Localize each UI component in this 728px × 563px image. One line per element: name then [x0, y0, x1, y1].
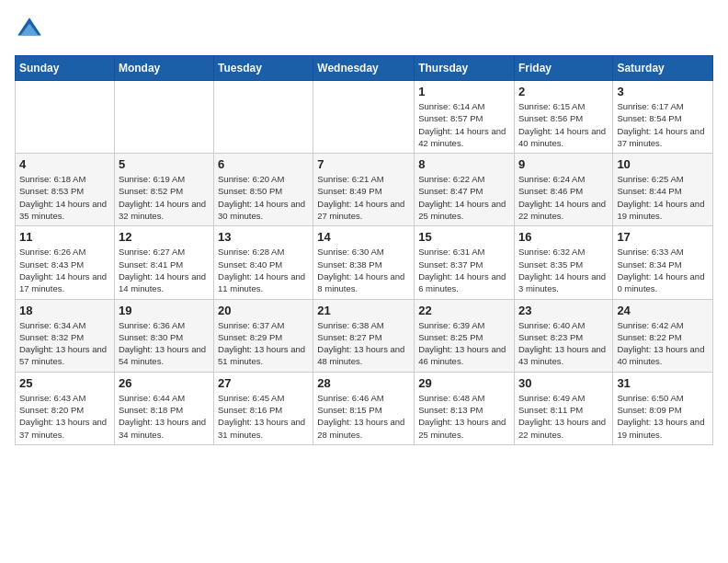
day-number: 26 [119, 376, 210, 390]
day-number: 16 [518, 230, 609, 244]
day-detail: Sunrise: 6:42 AM Sunset: 8:22 PM Dayligh… [617, 319, 709, 368]
week-row-5: 25Sunrise: 6:43 AM Sunset: 8:20 PM Dayli… [16, 372, 713, 444]
day-of-week-thursday: Thursday [415, 56, 515, 81]
day-number: 19 [119, 304, 210, 317]
day-detail: Sunrise: 6:38 AM Sunset: 8:27 PM Dayligh… [317, 319, 410, 368]
day-detail: Sunrise: 6:17 AM Sunset: 8:54 PM Dayligh… [617, 100, 709, 149]
day-detail: Sunrise: 6:30 AM Sunset: 8:38 PM Dayligh… [317, 246, 410, 294]
calendar-header: SundayMondayTuesdayWednesdayThursdayFrid… [16, 56, 713, 81]
calendar-cell: 27Sunrise: 6:45 AM Sunset: 8:16 PM Dayli… [214, 372, 313, 444]
day-number: 29 [418, 376, 510, 390]
day-number: 28 [317, 376, 410, 390]
calendar-cell [214, 81, 313, 154]
calendar-cell: 23Sunrise: 6:40 AM Sunset: 8:23 PM Dayli… [514, 299, 612, 372]
calendar-cell: 4Sunrise: 6:18 AM Sunset: 8:53 PM Daylig… [16, 154, 115, 226]
day-of-week-sunday: Sunday [16, 56, 115, 81]
day-number: 18 [19, 304, 110, 317]
day-detail: Sunrise: 6:31 AM Sunset: 8:37 PM Dayligh… [418, 246, 510, 294]
header-row: SundayMondayTuesdayWednesdayThursdayFrid… [16, 56, 713, 81]
day-number: 1 [418, 85, 510, 98]
day-number: 25 [19, 376, 110, 390]
day-detail: Sunrise: 6:25 AM Sunset: 8:44 PM Dayligh… [617, 173, 709, 222]
calendar-cell: 24Sunrise: 6:42 AM Sunset: 8:22 PM Dayli… [613, 299, 713, 372]
day-detail: Sunrise: 6:40 AM Sunset: 8:23 PM Dayligh… [518, 319, 609, 368]
day-number: 8 [418, 157, 510, 171]
day-detail: Sunrise: 6:32 AM Sunset: 8:35 PM Dayligh… [518, 246, 609, 294]
day-number: 15 [418, 230, 510, 244]
day-detail: Sunrise: 6:15 AM Sunset: 8:56 PM Dayligh… [518, 100, 609, 149]
calendar-cell: 15Sunrise: 6:31 AM Sunset: 8:37 PM Dayli… [415, 226, 515, 299]
day-number: 24 [617, 304, 709, 317]
day-number: 9 [518, 157, 609, 171]
day-number: 20 [218, 304, 309, 317]
calendar-cell: 16Sunrise: 6:32 AM Sunset: 8:35 PM Dayli… [514, 226, 612, 299]
calendar-cell: 13Sunrise: 6:28 AM Sunset: 8:40 PM Dayli… [214, 226, 313, 299]
calendar-body: 1Sunrise: 6:14 AM Sunset: 8:57 PM Daylig… [16, 81, 713, 445]
calendar-cell [16, 81, 115, 154]
calendar-cell: 31Sunrise: 6:50 AM Sunset: 8:09 PM Dayli… [613, 372, 713, 444]
calendar-cell: 30Sunrise: 6:49 AM Sunset: 8:11 PM Dayli… [514, 372, 612, 444]
day-number: 17 [617, 230, 709, 244]
day-detail: Sunrise: 6:43 AM Sunset: 8:20 PM Dayligh… [19, 392, 110, 441]
day-detail: Sunrise: 6:26 AM Sunset: 8:43 PM Dayligh… [19, 246, 110, 294]
calendar-cell: 10Sunrise: 6:25 AM Sunset: 8:44 PM Dayli… [613, 154, 713, 226]
calendar-cell: 28Sunrise: 6:46 AM Sunset: 8:15 PM Dayli… [313, 372, 415, 444]
logo [15, 15, 48, 44]
calendar-cell: 8Sunrise: 6:22 AM Sunset: 8:47 PM Daylig… [415, 154, 515, 226]
day-number: 6 [218, 157, 309, 171]
day-number: 23 [518, 304, 609, 317]
calendar-cell [313, 81, 415, 154]
calendar-cell [114, 81, 213, 154]
day-number: 3 [617, 85, 709, 98]
week-row-1: 1Sunrise: 6:14 AM Sunset: 8:57 PM Daylig… [16, 81, 713, 154]
day-number: 31 [617, 376, 709, 390]
day-of-week-friday: Friday [514, 56, 612, 81]
calendar-cell: 22Sunrise: 6:39 AM Sunset: 8:25 PM Dayli… [415, 299, 515, 372]
day-detail: Sunrise: 6:27 AM Sunset: 8:41 PM Dayligh… [119, 246, 210, 294]
day-detail: Sunrise: 6:39 AM Sunset: 8:25 PM Dayligh… [418, 319, 510, 368]
day-of-week-wednesday: Wednesday [313, 56, 415, 81]
week-row-2: 4Sunrise: 6:18 AM Sunset: 8:53 PM Daylig… [16, 154, 713, 226]
day-detail: Sunrise: 6:22 AM Sunset: 8:47 PM Dayligh… [418, 173, 510, 222]
day-of-week-saturday: Saturday [613, 56, 713, 81]
day-number: 7 [317, 157, 410, 171]
day-detail: Sunrise: 6:20 AM Sunset: 8:50 PM Dayligh… [218, 173, 309, 222]
calendar-cell: 17Sunrise: 6:33 AM Sunset: 8:34 PM Dayli… [613, 226, 713, 299]
day-detail: Sunrise: 6:14 AM Sunset: 8:57 PM Dayligh… [418, 100, 510, 149]
calendar-cell: 26Sunrise: 6:44 AM Sunset: 8:18 PM Dayli… [114, 372, 213, 444]
calendar-cell: 7Sunrise: 6:21 AM Sunset: 8:49 PM Daylig… [313, 154, 415, 226]
day-detail: Sunrise: 6:19 AM Sunset: 8:52 PM Dayligh… [119, 173, 210, 222]
calendar-cell: 25Sunrise: 6:43 AM Sunset: 8:20 PM Dayli… [16, 372, 115, 444]
page-header [15, 15, 713, 44]
day-detail: Sunrise: 6:28 AM Sunset: 8:40 PM Dayligh… [218, 246, 309, 294]
day-number: 14 [317, 230, 410, 244]
week-row-3: 11Sunrise: 6:26 AM Sunset: 8:43 PM Dayli… [16, 226, 713, 299]
calendar-cell: 19Sunrise: 6:36 AM Sunset: 8:30 PM Dayli… [114, 299, 213, 372]
calendar-cell: 11Sunrise: 6:26 AM Sunset: 8:43 PM Dayli… [16, 226, 115, 299]
day-detail: Sunrise: 6:48 AM Sunset: 8:13 PM Dayligh… [418, 392, 510, 441]
day-detail: Sunrise: 6:45 AM Sunset: 8:16 PM Dayligh… [218, 392, 309, 441]
calendar-cell: 1Sunrise: 6:14 AM Sunset: 8:57 PM Daylig… [415, 81, 515, 154]
calendar-cell: 29Sunrise: 6:48 AM Sunset: 8:13 PM Dayli… [415, 372, 515, 444]
day-detail: Sunrise: 6:18 AM Sunset: 8:53 PM Dayligh… [19, 173, 110, 222]
day-detail: Sunrise: 6:24 AM Sunset: 8:46 PM Dayligh… [518, 173, 609, 222]
day-number: 10 [617, 157, 709, 171]
day-number: 13 [218, 230, 309, 244]
day-number: 12 [119, 230, 210, 244]
calendar-cell: 9Sunrise: 6:24 AM Sunset: 8:46 PM Daylig… [514, 154, 612, 226]
calendar-cell: 14Sunrise: 6:30 AM Sunset: 8:38 PM Dayli… [313, 226, 415, 299]
day-detail: Sunrise: 6:46 AM Sunset: 8:15 PM Dayligh… [317, 392, 410, 441]
calendar-cell: 5Sunrise: 6:19 AM Sunset: 8:52 PM Daylig… [114, 154, 213, 226]
calendar-cell: 2Sunrise: 6:15 AM Sunset: 8:56 PM Daylig… [514, 81, 612, 154]
day-number: 30 [518, 376, 609, 390]
day-number: 22 [418, 304, 510, 317]
day-number: 5 [119, 157, 210, 171]
day-detail: Sunrise: 6:50 AM Sunset: 8:09 PM Dayligh… [617, 392, 709, 441]
day-detail: Sunrise: 6:37 AM Sunset: 8:29 PM Dayligh… [218, 319, 309, 368]
calendar-cell: 6Sunrise: 6:20 AM Sunset: 8:50 PM Daylig… [214, 154, 313, 226]
day-of-week-tuesday: Tuesday [214, 56, 313, 81]
day-detail: Sunrise: 6:21 AM Sunset: 8:49 PM Dayligh… [317, 173, 410, 222]
calendar-table: SundayMondayTuesdayWednesdayThursdayFrid… [15, 55, 713, 445]
day-detail: Sunrise: 6:49 AM Sunset: 8:11 PM Dayligh… [518, 392, 609, 441]
day-number: 2 [518, 85, 609, 98]
